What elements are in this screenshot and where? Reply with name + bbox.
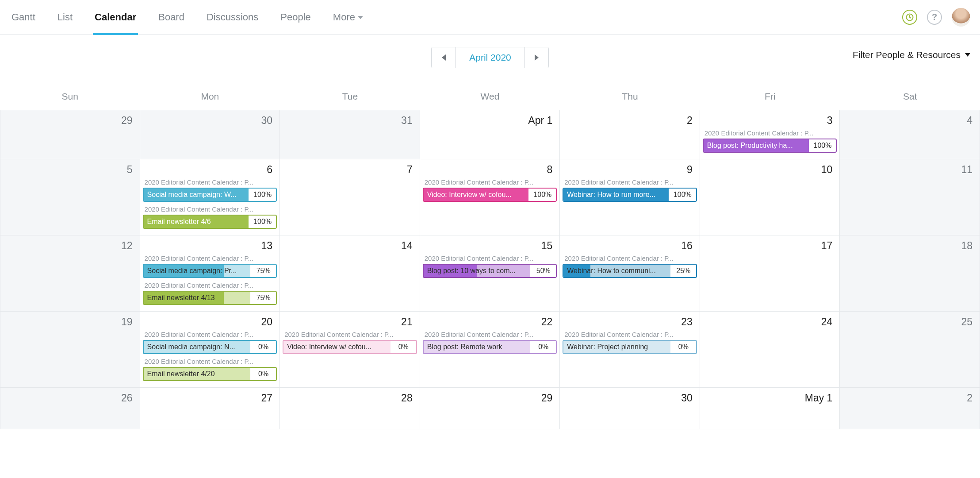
day-number: 22	[423, 314, 557, 330]
calendar-cell[interactable]: 26	[0, 388, 140, 429]
calendar-cell[interactable]: 152020 Editorial Content Calendar : P...…	[420, 235, 560, 312]
day-number: 2	[563, 113, 697, 128]
calendar-cell[interactable]: 17	[700, 235, 840, 312]
day-header: Wed	[420, 86, 560, 110]
calendar-event[interactable]: Email newsletter 4/200%	[143, 367, 277, 381]
calendar-cell[interactable]: 18	[840, 235, 980, 312]
tab-discussions[interactable]: Discussions	[205, 0, 260, 35]
day-number: 17	[703, 238, 837, 254]
event-percent: 75%	[250, 265, 276, 277]
month-label[interactable]: April 2020	[456, 47, 524, 68]
calendar-event[interactable]: Social media campaign: W...100%	[143, 188, 277, 202]
event-title: Blog post: 10 ways to com...	[424, 265, 531, 277]
chevron-right-icon	[535, 54, 539, 61]
event-title: Email newsletter 4/13	[144, 292, 251, 304]
calendar-cell[interactable]: 27	[140, 388, 280, 429]
next-month-button[interactable]	[524, 47, 548, 68]
calendar-event[interactable]: Webinar: Project planning0%	[563, 340, 697, 354]
calendar-cell[interactable]: 10	[700, 159, 840, 235]
day-number: 27	[143, 390, 277, 406]
day-number: 15	[423, 238, 557, 254]
calendar-cell[interactable]: 11	[840, 159, 980, 235]
calendar-cell[interactable]: 24	[700, 312, 840, 388]
calendar-cell[interactable]: 4	[840, 110, 980, 159]
tab-people[interactable]: People	[279, 0, 313, 35]
calendar-cell[interactable]: 12	[0, 235, 140, 312]
calendar-cell[interactable]: Apr 1	[420, 110, 560, 159]
calendar-cell[interactable]: 32020 Editorial Content Calendar : P...B…	[700, 110, 840, 159]
event-percent: 100%	[669, 189, 696, 201]
calendar-event[interactable]: Blog post: Remote work0%	[423, 340, 557, 354]
event-percent: 0%	[530, 341, 556, 353]
calendar-cell[interactable]: 7	[280, 159, 420, 235]
filter-people-resources[interactable]: Filter People & Resources	[853, 50, 970, 60]
calendar-cell[interactable]: 162020 Editorial Content Calendar : P...…	[560, 235, 700, 312]
calendar-cell[interactable]: 212020 Editorial Content Calendar : P...…	[280, 312, 420, 388]
help-icon[interactable]: ?	[927, 10, 942, 25]
tab-calendar[interactable]: Calendar	[93, 0, 138, 35]
project-label: 2020 Editorial Content Calendar : P...	[143, 330, 277, 339]
calendar-cell[interactable]: 82020 Editorial Content Calendar : P...V…	[420, 159, 560, 235]
calendar-event[interactable]: Blog post: Productivity ha...100%	[703, 139, 837, 153]
day-header: Fri	[700, 86, 840, 110]
day-number: 31	[283, 113, 417, 128]
project-label: 2020 Editorial Content Calendar : P...	[143, 254, 277, 263]
calendar-event[interactable]: Webinar: How to communi...25%	[563, 264, 697, 278]
project-label: 2020 Editorial Content Calendar : P...	[423, 177, 557, 187]
event-title: Social media campaign: W...	[144, 189, 249, 201]
calendar-cell[interactable]: 5	[0, 159, 140, 235]
tab-more[interactable]: More	[331, 0, 365, 35]
clock-icon[interactable]	[902, 10, 917, 25]
calendar-cell[interactable]: 31	[280, 110, 420, 159]
calendar: SunMonTueWedThuFriSat 293031Apr 1232020 …	[0, 86, 980, 429]
day-number: Apr 1	[423, 113, 557, 128]
day-number: 25	[842, 314, 977, 330]
event-percent: 100%	[249, 189, 276, 201]
calendar-cell[interactable]: 28	[280, 388, 420, 429]
day-header: Sat	[840, 86, 980, 110]
day-number: 26	[3, 390, 137, 406]
calendar-event[interactable]: Social media campaign: Pr...75%	[143, 264, 277, 278]
calendar-cell[interactable]: 29	[0, 110, 140, 159]
calendar-cell[interactable]: 202020 Editorial Content Calendar : P...…	[140, 312, 280, 388]
prev-month-button[interactable]	[432, 47, 456, 68]
calendar-event[interactable]: Email newsletter 4/6100%	[143, 215, 277, 229]
project-label: 2020 Editorial Content Calendar : P...	[563, 254, 697, 263]
calendar-cell[interactable]: 29	[420, 388, 560, 429]
calendar-event[interactable]: Email newsletter 4/1375%	[143, 291, 277, 305]
calendar-cell[interactable]: 2	[560, 110, 700, 159]
calendar-cell[interactable]: 92020 Editorial Content Calendar : P...W…	[560, 159, 700, 235]
event-percent: 100%	[528, 189, 556, 201]
event-title: Social media campaign: N...	[144, 341, 251, 353]
calendar-cell[interactable]: 30	[140, 110, 280, 159]
avatar[interactable]	[952, 8, 970, 27]
calendar-cell[interactable]: 232020 Editorial Content Calendar : P...…	[560, 312, 700, 388]
calendar-cell[interactable]: 30	[560, 388, 700, 429]
calendar-cell[interactable]: 222020 Editorial Content Calendar : P...…	[420, 312, 560, 388]
calendar-event[interactable]: Social media campaign: N...0%	[143, 340, 277, 354]
calendar-event[interactable]: Video: Interview w/ cofou...100%	[423, 188, 557, 202]
day-number: 18	[842, 238, 977, 254]
project-label: 2020 Editorial Content Calendar : P...	[143, 177, 277, 187]
calendar-event[interactable]: Video: Interview w/ cofou...0%	[283, 340, 417, 354]
tab-gantt[interactable]: Gantt	[10, 0, 37, 35]
calendar-cell[interactable]: 132020 Editorial Content Calendar : P...…	[140, 235, 280, 312]
day-header: Sun	[0, 86, 140, 110]
calendar-cell[interactable]: 19	[0, 312, 140, 388]
calendar-cell[interactable]: 62020 Editorial Content Calendar : P...S…	[140, 159, 280, 235]
calendar-cell[interactable]: 2	[840, 388, 980, 429]
top-nav-right: ?	[902, 8, 970, 27]
day-number: 5	[3, 162, 137, 177]
calendar-cell[interactable]: 14	[280, 235, 420, 312]
day-number: 4	[842, 113, 977, 128]
calendar-event[interactable]: Webinar: How to run more...100%	[563, 188, 697, 202]
tab-list[interactable]: List	[56, 0, 74, 35]
calendar-cell[interactable]: 25	[840, 312, 980, 388]
tab-board[interactable]: Board	[157, 0, 186, 35]
project-label: 2020 Editorial Content Calendar : P...	[423, 330, 557, 339]
top-nav: GanttListCalendarBoardDiscussionsPeopleM…	[0, 0, 980, 35]
day-header: Thu	[560, 86, 700, 110]
calendar-event[interactable]: Blog post: 10 ways to com...50%	[423, 264, 557, 278]
event-title: Webinar: How to communi...	[563, 265, 670, 277]
calendar-cell[interactable]: May 1	[700, 388, 840, 429]
